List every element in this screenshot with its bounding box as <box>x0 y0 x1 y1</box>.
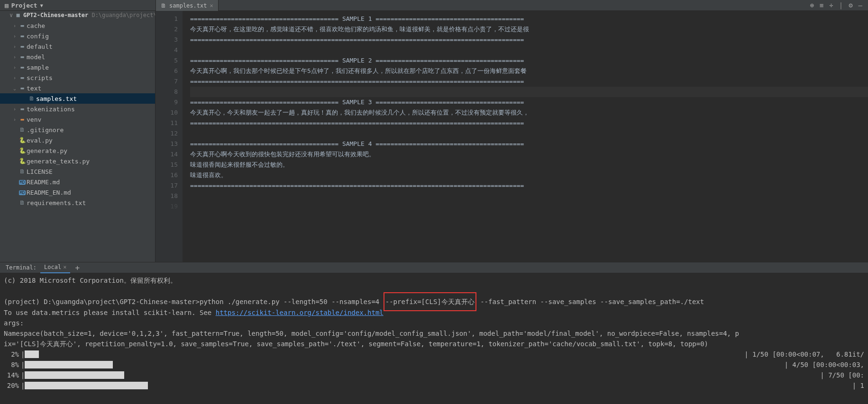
add-terminal-button[interactable]: + <box>70 263 84 272</box>
code-line <box>190 128 868 139</box>
code-line <box>190 87 868 97</box>
tree-item[interactable]: 🐍eval.py <box>0 135 155 145</box>
code-line: ========================================… <box>190 180 868 191</box>
tree-item[interactable]: ›▬cache <box>0 20 155 31</box>
markdown-file-icon: MD <box>18 189 27 196</box>
tree-item[interactable]: ›▬venv <box>0 114 155 125</box>
code-line <box>190 45 868 55</box>
file-icon: 🗎 <box>18 199 27 206</box>
collapse-icon[interactable]: ÷ <box>829 1 833 9</box>
project-path: D:\guangda\project\G <box>91 12 155 18</box>
expand-icon[interactable]: ≡ <box>820 1 823 9</box>
terminal-line: ix='[CLS]今天真开心', repetition_penalty=1.0,… <box>4 339 864 349</box>
folder-icon: ▬ <box>18 74 27 81</box>
progress-right: | 7/50 [00: <box>820 370 864 380</box>
tree-item[interactable]: MDREADME.md <box>0 177 155 187</box>
tree-item[interactable]: 🐍generate_texts.py <box>0 156 155 166</box>
editor-code[interactable]: ========================================… <box>183 11 868 262</box>
scikit-learn-link[interactable]: https://scikit-learn.org/stable/index.ht… <box>216 309 384 316</box>
folder-icon: ▬ <box>18 116 27 123</box>
tab-label: samples.txt <box>169 2 207 9</box>
terminal-line: Namespace(batch_size=1, device='0,1,2,3'… <box>4 328 864 339</box>
tree-item[interactable]: MDREADME_EN.md <box>0 187 155 198</box>
file-icon: 🗎 <box>161 2 166 9</box>
tree-arrow-icon: › <box>11 34 18 39</box>
project-label-text: Project <box>11 2 37 9</box>
tree-item[interactable]: 🗎.gitignore <box>0 125 155 135</box>
breadcrumb[interactable]: ∨ ■ GPT2-Chinese-master D:\guangda\proje… <box>0 11 155 19</box>
code-line: 味道很香闻起来很舒服不会过敏的。 <box>190 160 868 170</box>
file-icon: 🗎 <box>27 95 36 102</box>
tree-item[interactable]: 🗎samples.txt <box>0 93 155 104</box>
folder-icon: ▬ <box>18 64 27 71</box>
project-name: GPT2-Chinese-master <box>23 12 88 18</box>
tree-item[interactable]: 🗎LICENSE <box>0 166 155 177</box>
tab-samples-txt[interactable]: 🗎 samples.txt × <box>156 0 219 11</box>
folder-icon: ▬ <box>18 106 27 112</box>
tree-item-label: README.md <box>27 179 60 186</box>
terminal[interactable]: (c) 2018 Microsoft Corporation。保留所有权利。 (… <box>0 273 868 404</box>
tree-item-label: generate.py <box>27 147 67 154</box>
project-tree[interactable]: ›▬cache›▬config›▬default›▬model›▬sample›… <box>0 19 155 208</box>
code-line: ========================================… <box>190 55 868 66</box>
highlighted-argument: --prefix=[CLS]今天真开心 <box>384 292 476 311</box>
tree-arrow-icon: › <box>11 23 18 28</box>
progress-right: | 4/50 [00:00<00:03, <box>784 359 864 370</box>
folder-icon: ▬ <box>18 22 27 29</box>
python-file-icon: 🐍 <box>18 137 27 144</box>
progress-line: 2%|| 1/50 [00:00<00:07, 6.81it/ <box>4 349 864 359</box>
tree-item-label: LICENSE <box>27 168 53 175</box>
terminal-tabbar: Terminal: Local × + <box>0 262 868 273</box>
code-line <box>190 191 868 201</box>
code-line: ========================================… <box>190 76 868 87</box>
tree-item[interactable]: ›▬scripts <box>0 72 155 83</box>
tree-item[interactable]: 🐍generate.py <box>0 145 155 156</box>
tree-item[interactable]: ›▬config <box>0 31 155 41</box>
terminal-tab-local[interactable]: Local × <box>40 262 70 273</box>
tree-item[interactable]: ›▬model <box>0 52 155 62</box>
file-icon: 🗎 <box>18 126 27 133</box>
project-tool-label[interactable]: ▤ Project ▼ <box>0 2 43 9</box>
main-row: ∨ ■ GPT2-Chinese-master D:\guangda\proje… <box>0 11 868 262</box>
editor-tabs: 🗎 samples.txt × <box>155 0 219 11</box>
code-line: ========================================… <box>190 14 868 24</box>
editor: 12345678910111213141516171819 ==========… <box>155 11 868 262</box>
close-icon[interactable]: × <box>63 264 66 270</box>
python-file-icon: 🐍 <box>18 158 27 164</box>
tree-item-label: scripts <box>27 74 53 81</box>
tree-arrow-icon: › <box>11 54 18 60</box>
tree-item-label: eval.py <box>27 137 53 144</box>
progress-line: 20%|| 1 <box>4 380 864 391</box>
tree-item-label: .gitignore <box>27 126 64 134</box>
minimize-icon[interactable]: — <box>859 1 862 9</box>
tree-item[interactable]: ›▬tokenizations <box>0 104 155 114</box>
folder-icon: ■ <box>16 12 23 18</box>
folder-icon: ▬ <box>18 33 27 39</box>
close-icon[interactable]: × <box>210 2 213 9</box>
progress-right: | 1/50 [00:00<00:07, 6.81it/ <box>744 349 864 359</box>
tree-item-label: model <box>27 54 45 61</box>
terminal-tab-label: Local <box>44 264 61 270</box>
tree-item[interactable]: 🗎requirements.txt <box>0 198 155 208</box>
project-toolbar: ⊕ ≡ ÷ | ⚙ — <box>810 1 868 9</box>
terminal-line: args: <box>4 318 864 328</box>
tree-arrow-icon: › <box>11 65 18 70</box>
progress-line: 8%|| 4/50 [00:00<00:03, <box>4 359 864 370</box>
tree-arrow-icon: › <box>11 107 18 112</box>
code-line: 今天真开心啊今天收到的很快包装完好还没有用希望可以有效果吧。 <box>190 149 868 160</box>
tree-item[interactable]: ›▬sample <box>0 62 155 72</box>
terminal-line: (c) 2018 Microsoft Corporation。保留所有权利。 <box>4 275 864 286</box>
code-line: ========================================… <box>190 97 868 108</box>
tree-item[interactable]: ›▬default <box>0 41 155 52</box>
code-line: 今天真开心呀，在这里吃的，感觉味道还不错，很喜欢吃他们家的鸡汤和鱼，味道很鲜美，… <box>190 24 868 35</box>
target-icon[interactable]: ⊕ <box>810 1 813 9</box>
tree-item-label: cache <box>27 22 45 29</box>
terminal-line: (project) D:\guangda\project\GPT2-Chines… <box>4 296 864 307</box>
tree-item[interactable]: ⌄▬text <box>0 83 155 93</box>
tree-item-label: generate_texts.py <box>27 158 90 165</box>
chevron-down-icon: ∨ <box>9 12 16 18</box>
top-bar: ▤ Project ▼ ⊕ ≡ ÷ | ⚙ — 🗎 samples.txt × <box>0 0 868 11</box>
code-line: ========================================… <box>190 35 868 45</box>
gear-icon[interactable]: ⚙ <box>849 1 852 9</box>
file-icon: 🗎 <box>18 168 27 175</box>
